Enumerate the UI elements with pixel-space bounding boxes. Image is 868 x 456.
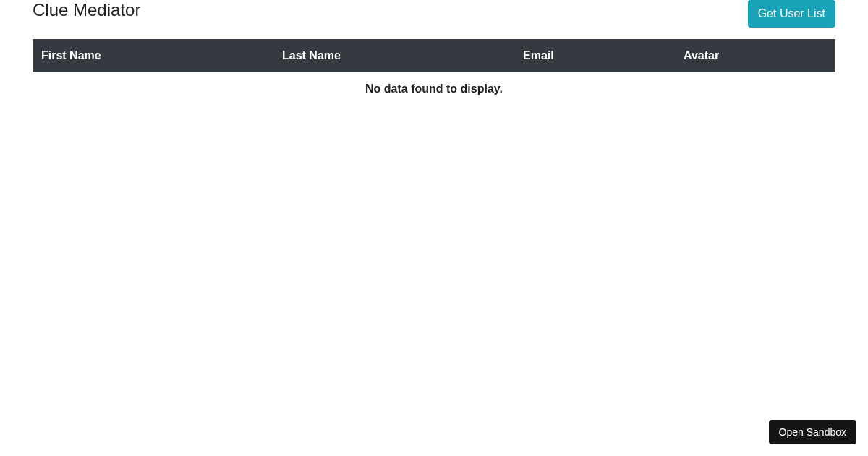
get-user-list-button[interactable]: Get User List	[748, 0, 835, 28]
column-email: Email	[514, 39, 675, 72]
header-row: Clue Mediator Get User List	[33, 0, 835, 28]
open-sandbox-button[interactable]: Open Sandbox	[769, 420, 856, 444]
column-first-name: First Name	[33, 39, 273, 72]
user-table: First Name Last Name Email Avatar	[33, 39, 835, 72]
table-header-row: First Name Last Name Email Avatar	[33, 39, 835, 72]
column-avatar: Avatar	[675, 39, 835, 72]
empty-state-message: No data found to display.	[33, 72, 835, 106]
column-last-name: Last Name	[273, 39, 514, 72]
user-table-container: First Name Last Name Email Avatar No dat…	[33, 39, 835, 106]
page-title: Clue Mediator	[33, 0, 140, 21]
